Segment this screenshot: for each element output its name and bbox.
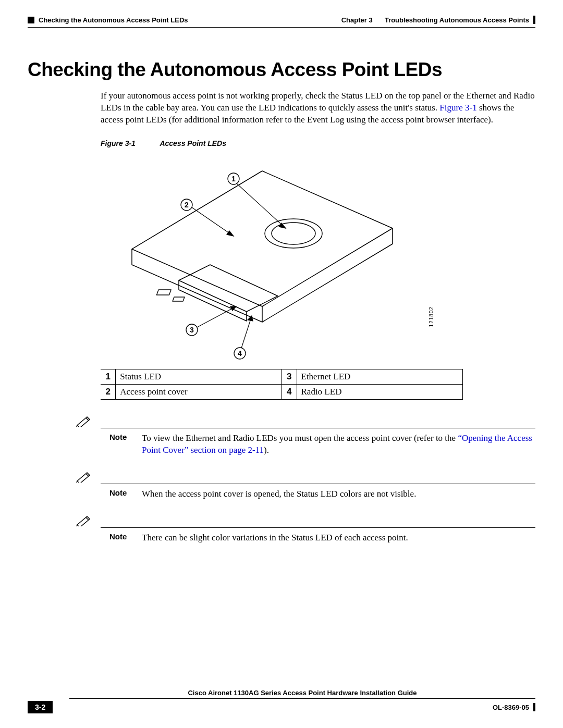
svg-rect-3 xyxy=(173,297,185,301)
pencil-icon xyxy=(69,471,98,483)
figure-title: Access Point LEDs xyxy=(160,139,226,147)
note-label: Note xyxy=(109,531,130,541)
svg-point-1 xyxy=(272,223,315,244)
figure-image-id: 121802 xyxy=(429,306,434,327)
footer-bar-icon xyxy=(533,703,535,711)
svg-point-0 xyxy=(265,219,322,248)
legend-desc: Radio LED xyxy=(297,384,463,399)
svg-line-4 xyxy=(237,184,286,228)
legend-num: 4 xyxy=(282,384,297,399)
note-text: To view the Ethernet and Radio LEDs you … xyxy=(142,431,535,456)
header-rule xyxy=(28,27,535,28)
header-right: Chapter 3 Troubleshooting Autonomous Acc… xyxy=(341,16,535,24)
callout-2: 2 xyxy=(185,201,189,209)
svg-line-8 xyxy=(197,306,236,327)
table-row: 2 Access point cover 4 Radio LED xyxy=(101,384,463,399)
svg-line-6 xyxy=(192,207,234,236)
note-rule xyxy=(101,428,535,428)
footer-guide-title: Cisco Aironet 1130AG Series Access Point… xyxy=(69,689,535,699)
doc-id: OL-8369-05 xyxy=(493,703,535,711)
pencil-icon xyxy=(69,415,98,427)
legend-num: 1 xyxy=(101,369,116,384)
svg-marker-7 xyxy=(227,231,234,236)
callout-4: 4 xyxy=(238,349,242,357)
legend-num: 3 xyxy=(282,369,297,384)
figure-reference-link[interactable]: Figure 3-1 xyxy=(439,103,476,113)
figure-diagram: 1 2 3 4 121802 xyxy=(101,155,424,364)
header-left: Checking the Autonomous Access Point LED… xyxy=(28,16,188,24)
figure-label: Figure 3-1 xyxy=(101,139,158,147)
svg-rect-2 xyxy=(156,290,171,295)
page-title: Checking the Autonomous Access Point LED… xyxy=(28,59,535,81)
figure-caption: Figure 3-1 Access Point LEDs xyxy=(101,139,535,147)
header-chapter-label: Chapter 3 xyxy=(341,16,373,24)
page-footer: Cisco Aironet 1130AG Series Access Point… xyxy=(28,689,535,713)
intro-paragraph: If your autonomous access point is not w… xyxy=(101,90,535,126)
page-header: Checking the Autonomous Access Point LED… xyxy=(28,16,535,24)
legend-table: 1 Status LED 3 Ethernet LED 2 Access poi… xyxy=(101,369,463,400)
legend-desc: Status LED xyxy=(116,369,282,384)
note-rule xyxy=(101,484,535,484)
legend-desc: Ethernet LED xyxy=(297,369,463,384)
legend-desc: Access point cover xyxy=(116,384,282,399)
header-bar-icon xyxy=(533,16,535,24)
pencil-icon xyxy=(69,515,98,526)
page-number: 3-2 xyxy=(28,701,53,713)
note-text: There can be slight color variations in … xyxy=(142,531,535,544)
legend-num: 2 xyxy=(101,384,116,399)
table-row: 1 Status LED 3 Ethernet LED xyxy=(101,369,463,384)
callout-1: 1 xyxy=(231,175,236,183)
note-text: When the access point cover is opened, t… xyxy=(142,487,535,500)
header-square-icon xyxy=(28,17,34,23)
note-label: Note xyxy=(109,487,130,497)
header-chapter-title: Troubleshooting Autonomous Access Points xyxy=(385,16,529,24)
note-rule xyxy=(101,527,535,528)
note-block: Note There can be slight color variation… xyxy=(69,515,535,544)
note-block: Note When the access point cover is open… xyxy=(69,471,535,500)
callout-3: 3 xyxy=(190,326,194,334)
svg-marker-5 xyxy=(279,223,286,228)
note-label: Note xyxy=(109,431,130,441)
note-block: Note To view the Ethernet and Radio LEDs… xyxy=(69,415,535,456)
header-section: Checking the Autonomous Access Point LED… xyxy=(39,16,188,24)
